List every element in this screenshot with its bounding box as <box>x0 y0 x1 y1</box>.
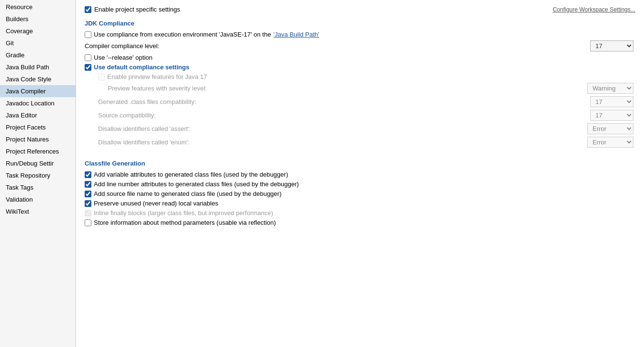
enable-project-specific-checkbox[interactable] <box>85 6 91 13</box>
source-compat-label: Source compatibility: <box>98 112 590 119</box>
java-build-path-link[interactable]: 'Java Build Path' <box>273 31 319 38</box>
sidebar-item-java-editor[interactable]: Java Editor <box>0 109 76 121</box>
configure-workspace-link[interactable]: Configure Workspace Settings... <box>553 6 635 13</box>
inline-finally-blocks-label: Inline finally blocks (larger class file… <box>94 209 273 217</box>
add-variable-attrs-label[interactable]: Add variable attributes to generated cla… <box>94 171 288 178</box>
preserve-unused-vars-checkbox[interactable] <box>85 200 91 207</box>
add-line-number-attrs-checkbox[interactable] <box>85 181 91 188</box>
use-default-compliance-label[interactable]: Use default compliance settings <box>94 64 189 71</box>
disallow-assert-row: Disallow identifiers called 'assert': Ig… <box>85 123 635 134</box>
use-exec-env-row: Use compliance from execution environmen… <box>85 31 635 38</box>
use-exec-env-label[interactable]: Use compliance from execution environmen… <box>94 31 319 38</box>
disallow-enum-label: Disallow identifiers called 'enum': <box>98 139 587 146</box>
enable-preview-checkbox[interactable] <box>98 74 105 80</box>
jdk-compliance-title: JDK Compliance <box>85 20 635 27</box>
enable-row: Enable project specific settings <box>85 6 180 13</box>
store-method-params-checkbox[interactable] <box>85 219 91 226</box>
generated-class-row: Generated .class files compatibility: 1.… <box>85 96 635 107</box>
sidebar-item-project-references[interactable]: Project References <box>0 145 76 157</box>
add-line-number-attrs-label[interactable]: Add line number attributes to generated … <box>94 180 299 188</box>
use-release-checkbox[interactable] <box>85 54 91 61</box>
sidebar-item-java-build-path[interactable]: Java Build Path <box>0 61 76 73</box>
disallow-enum-select[interactable]: IgnoreWarningError <box>587 137 633 148</box>
classfile-option-store-method-params: Store information about method parameter… <box>85 219 635 226</box>
classfile-option-inline-finally-blocks: Inline finally blocks (larger class file… <box>85 209 635 217</box>
sidebar-item-task-tags[interactable]: Task Tags <box>0 181 76 193</box>
sidebar-item-git[interactable]: Git <box>0 37 76 49</box>
preserve-unused-vars-label[interactable]: Preserve unused (never read) local varia… <box>94 200 218 207</box>
sidebar-item-project-facets[interactable]: Project Facets <box>0 121 76 133</box>
main-content: Enable project specific settings Configu… <box>76 0 644 347</box>
sidebar-item-java-compiler[interactable]: Java Compiler <box>0 85 76 97</box>
sidebar-item-wikitext[interactable]: WikiText <box>0 206 76 218</box>
classfile-options-list: Add variable attributes to generated cla… <box>85 171 635 226</box>
use-exec-env-checkbox[interactable] <box>85 31 91 38</box>
sidebar-item-resource[interactable]: Resource <box>0 1 76 13</box>
add-variable-attrs-checkbox[interactable] <box>85 171 91 178</box>
jdk-compliance-section: JDK Compliance Use compliance from execu… <box>85 20 635 150</box>
preview-severity-row: Preview features with severity level: Ig… <box>85 83 635 94</box>
sidebar: ResourceBuildersCoverageGitGradleJava Bu… <box>0 0 76 347</box>
preview-severity-label: Preview features with severity level: <box>108 85 587 92</box>
classfile-option-preserve-unused-vars: Preserve unused (never read) local varia… <box>85 200 635 207</box>
classfile-generation-section: Classfile Generation Add variable attrib… <box>85 160 635 229</box>
enable-preview-label: Enable preview features for Java 17 <box>107 73 207 80</box>
generated-class-select[interactable]: 1.51.61.71.891011121314151617 <box>590 96 633 107</box>
enable-project-specific-label[interactable]: Enable project specific settings <box>94 6 180 13</box>
use-release-label[interactable]: Use '--release' option <box>94 54 152 61</box>
sidebar-item-validation[interactable]: Validation <box>0 193 76 206</box>
compiler-compliance-row: Compiler compliance level: 1.51.61.71.89… <box>85 40 635 51</box>
preview-severity-select[interactable]: IgnoreInfoWarningError <box>587 83 633 94</box>
disallow-enum-row: Disallow identifiers called 'enum': Igno… <box>85 137 635 148</box>
use-default-compliance-row: Use default compliance settings <box>85 64 635 71</box>
compiler-compliance-select[interactable]: 1.51.61.71.89101112131415161721 <box>590 40 633 51</box>
sidebar-item-coverage[interactable]: Coverage <box>0 25 76 37</box>
use-release-row: Use '--release' option <box>85 54 635 61</box>
classfile-option-add-source-file-name: Add source file name to generated class … <box>85 190 635 197</box>
source-compat-row: Source compatibility: 1.51.61.71.8910111… <box>85 110 635 121</box>
store-method-params-label[interactable]: Store information about method parameter… <box>94 219 276 226</box>
use-default-compliance-checkbox[interactable] <box>85 64 91 71</box>
compiler-compliance-label: Compiler compliance level: <box>85 42 590 50</box>
sidebar-item-task-repository[interactable]: Task Repository <box>0 169 76 181</box>
generated-class-label: Generated .class files compatibility: <box>98 98 590 105</box>
sidebar-item-gradle[interactable]: Gradle <box>0 49 76 61</box>
sidebar-item-builders[interactable]: Builders <box>0 13 76 25</box>
classfile-option-add-variable-attrs: Add variable attributes to generated cla… <box>85 171 635 178</box>
sidebar-item-run-debug-settings[interactable]: Run/Debug Settir <box>0 157 76 169</box>
enable-preview-row: Enable preview features for Java 17 <box>85 73 635 80</box>
sidebar-item-java-code-style[interactable]: Java Code Style <box>0 73 76 85</box>
disallow-assert-select[interactable]: IgnoreWarningError <box>587 123 633 134</box>
top-bar: Enable project specific settings Configu… <box>85 6 635 13</box>
add-source-file-name-label[interactable]: Add source file name to generated class … <box>94 190 281 197</box>
source-compat-select[interactable]: 1.51.61.71.891011121314151617 <box>590 110 633 121</box>
sidebar-item-project-natures[interactable]: Project Natures <box>0 133 76 145</box>
sidebar-item-javadoc-location[interactable]: Javadoc Location <box>0 97 76 109</box>
add-source-file-name-checkbox[interactable] <box>85 191 91 197</box>
disallow-assert-label: Disallow identifiers called 'assert': <box>98 125 587 132</box>
inline-finally-blocks-checkbox <box>85 210 91 217</box>
classfile-option-add-line-number-attrs: Add line number attributes to generated … <box>85 180 635 188</box>
classfile-generation-title: Classfile Generation <box>85 160 635 167</box>
